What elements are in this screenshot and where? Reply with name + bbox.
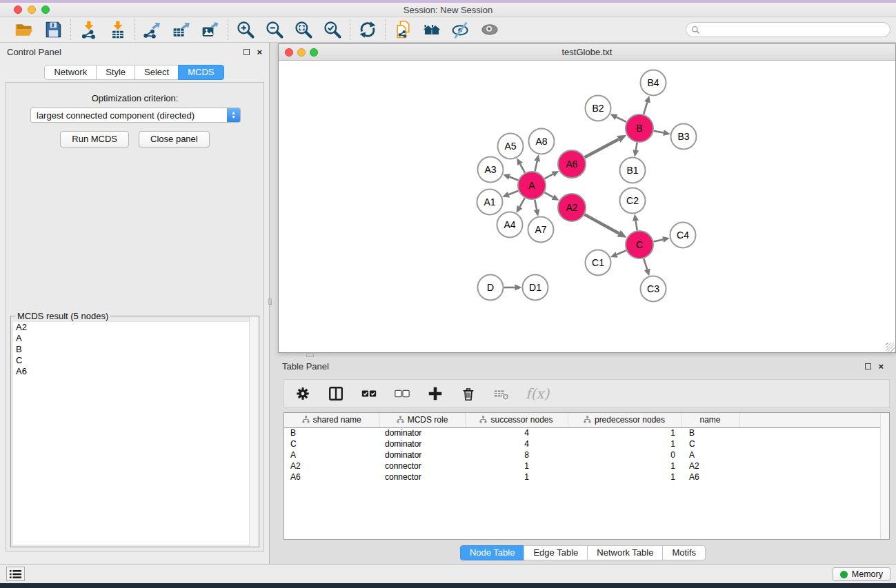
mcds-panel-content: Optimization criterion: largest connecte… <box>6 82 264 551</box>
graph-edge-A-A4[interactable] <box>519 198 524 207</box>
optimization-criterion-select[interactable]: largest connected component (directed) ▲… <box>30 108 241 123</box>
table-toolbar: f(x) <box>283 379 890 408</box>
table-cell: 1 <box>568 427 681 438</box>
graph-edge-C-C4[interactable] <box>653 239 663 241</box>
function-builder-icon[interactable]: f(x) <box>526 385 549 402</box>
save-session-icon[interactable] <box>43 19 63 40</box>
mcds-result-item[interactable]: B <box>13 344 257 355</box>
close-panel-icon[interactable]: × <box>257 49 262 55</box>
graph-node-label: C3 <box>647 283 659 294</box>
home-icon[interactable] <box>421 19 442 40</box>
graph-edge-B-B1[interactable] <box>636 143 637 150</box>
float-panel-icon[interactable] <box>243 49 250 55</box>
import-network-icon[interactable] <box>78 19 99 40</box>
column-header[interactable]: MCDS role <box>379 413 465 427</box>
control-panel-title: Control Panel <box>7 47 243 57</box>
settings-gear-icon[interactable] <box>294 385 312 403</box>
tab-motifs[interactable]: Motifs <box>662 545 706 560</box>
table-scrollbar[interactable] <box>880 413 889 539</box>
export-table-icon[interactable] <box>171 19 192 40</box>
close-panel-button[interactable]: Close panel <box>139 131 210 148</box>
add-column-icon[interactable] <box>426 385 444 403</box>
hide-details-icon[interactable] <box>450 19 471 40</box>
panel-divider-grip[interactable] <box>268 298 272 305</box>
column-header-label: successor nodes <box>490 415 552 425</box>
run-mcds-button[interactable]: Run MCDS <box>60 131 129 148</box>
zoom-fit-icon[interactable] <box>293 19 314 40</box>
graph-edge-B-B2[interactable] <box>617 117 627 122</box>
memory-button[interactable]: Memory <box>833 567 890 581</box>
select-all-icon[interactable] <box>360 385 378 403</box>
delete-table-icon[interactable] <box>492 385 510 403</box>
graph-edge-B-B4[interactable] <box>644 102 647 114</box>
table-row[interactable]: A6connector11A6 <box>284 472 889 483</box>
node-table-body: Bdominator41BCdominator41CAdominator80AA… <box>284 427 889 483</box>
tab-network-table[interactable]: Network Table <box>587 545 663 560</box>
graph-edge-C-C2[interactable] <box>636 221 637 230</box>
mcds-result-list[interactable]: A2ABCA6 <box>13 322 257 545</box>
graph-edge-A-A8[interactable] <box>535 161 537 172</box>
tab-style[interactable]: Style <box>96 65 135 80</box>
deselect-all-icon[interactable] <box>393 385 411 403</box>
mcds-result-scrollbar[interactable] <box>249 316 259 547</box>
graph-edge-C-C1[interactable] <box>617 250 626 254</box>
mcds-result-item[interactable]: C <box>13 355 257 366</box>
column-header[interactable]: successor nodes <box>465 413 568 427</box>
graph-edge-A-A2[interactable] <box>544 192 552 197</box>
network-canvas[interactable]: B4B2BB3A5A8A6A3B1AA1C2A2A4A7C4CC1C3DD1 <box>279 61 895 352</box>
open-session-file-icon[interactable] <box>392 19 413 40</box>
graph-edge-A-A5[interactable] <box>520 164 525 173</box>
network-window-titlebar[interactable]: testGlobe.txt <box>279 44 895 61</box>
tab-node-table[interactable]: Node Table <box>460 545 525 560</box>
table-cell: A2 <box>284 460 379 472</box>
graph-edge-A2-C[interactable] <box>584 214 619 233</box>
main-area: Control Panel × Network Style Select MCD… <box>0 43 896 564</box>
graph-node-label: B <box>636 123 642 134</box>
column-header[interactable]: shared name <box>284 413 379 427</box>
graph-edge-arrowhead <box>644 96 650 103</box>
mcds-result-item[interactable]: A2 <box>13 322 257 333</box>
column-header[interactable]: name <box>681 413 739 427</box>
graph-edge-A6-B[interactable] <box>585 139 619 157</box>
table-row[interactable]: A2connector11A2 <box>284 460 889 472</box>
close-table-panel-icon[interactable]: × <box>878 363 884 369</box>
table-cell: dominator <box>379 438 465 449</box>
table-row[interactable]: Bdominator41B <box>284 427 889 438</box>
graph-edge-B-B3[interactable] <box>654 131 664 133</box>
import-table-icon[interactable] <box>107 19 128 40</box>
graph-edge-C-C3[interactable] <box>644 258 647 270</box>
graph-edge-arrowhead <box>534 154 540 162</box>
graph-edge-A-A7[interactable] <box>535 200 537 210</box>
split-panel-icon[interactable] <box>327 385 345 403</box>
open-file-icon[interactable] <box>14 19 34 40</box>
tab-select[interactable]: Select <box>135 65 179 80</box>
column-header[interactable]: predecessor nodes <box>568 413 681 427</box>
tab-mcds[interactable]: MCDS <box>178 65 223 80</box>
mcds-result-item[interactable]: A <box>13 333 257 344</box>
graph-edge-A-A1[interactable] <box>508 191 518 195</box>
search-input[interactable] <box>700 23 890 36</box>
window-resize-grip[interactable] <box>886 343 895 352</box>
tab-edge-table[interactable]: Edge Table <box>524 545 588 560</box>
zoom-in-icon[interactable] <box>235 19 256 40</box>
refresh-icon[interactable] <box>357 19 378 40</box>
zoom-selected-icon[interactable] <box>322 19 343 40</box>
table-panel: Table Panel × <box>270 357 896 564</box>
table-row[interactable]: Adominator80A <box>284 449 889 460</box>
export-network-icon[interactable] <box>142 19 163 40</box>
mcds-result-item[interactable]: A6 <box>13 366 257 377</box>
search-field[interactable] <box>686 22 890 37</box>
delete-column-icon[interactable] <box>459 385 477 403</box>
show-graphics-details-icon[interactable] <box>479 19 500 40</box>
export-image-icon[interactable] <box>200 19 221 40</box>
zoom-out-icon[interactable] <box>264 19 285 40</box>
graph-edge-arrowhead <box>534 209 540 216</box>
float-table-panel-icon[interactable] <box>865 363 871 369</box>
table-row[interactable]: Cdominator41C <box>284 438 889 449</box>
tab-network[interactable]: Network <box>44 65 97 80</box>
control-panel: Control Panel × Network Style Select MCD… <box>0 43 270 564</box>
graph-edge-A-A6[interactable] <box>545 174 553 179</box>
task-history-button[interactable] <box>6 567 25 581</box>
graph-edge-A-A3[interactable] <box>510 177 519 181</box>
table-cell: 4 <box>465 438 568 449</box>
